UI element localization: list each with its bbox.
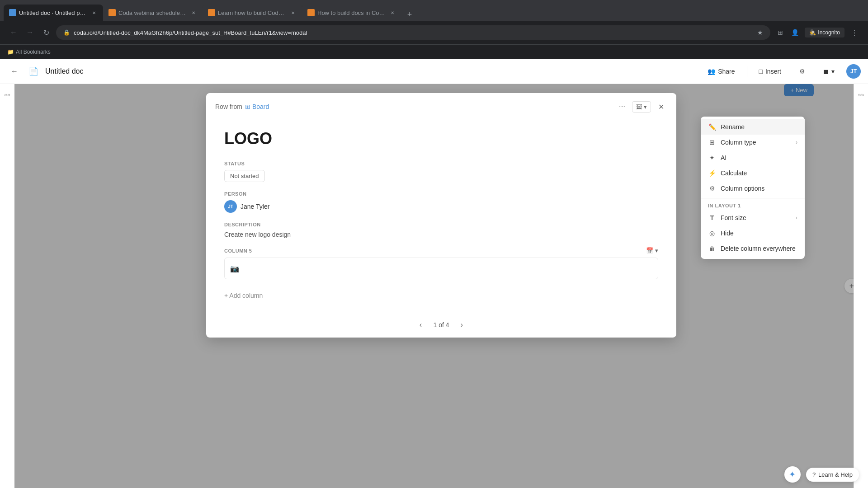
prev-row-button[interactable]: ‹ xyxy=(415,319,426,330)
more-options-modal-button[interactable]: ⋯ xyxy=(616,100,628,113)
ai-sparkle-icon: ✦ xyxy=(789,469,796,479)
tab-untitled-doc[interactable]: Untitled doc · Untitled page ✕ xyxy=(4,5,103,21)
menu-ai-label: AI xyxy=(721,154,797,161)
tab-close-4[interactable]: ✕ xyxy=(389,9,396,16)
person-value[interactable]: JT Jane Tyler xyxy=(224,200,658,213)
tab-close-3[interactable]: ✕ xyxy=(289,9,297,16)
reload-button[interactable]: ↻ xyxy=(40,26,52,39)
menu-item-column-options[interactable]: ⚙ Column options xyxy=(701,181,805,196)
insert-button[interactable]: □ Insert xyxy=(753,65,788,78)
person-initials: JT xyxy=(228,204,233,209)
breadcrumb-board-label: Board xyxy=(252,103,269,110)
chevron-down-icon: ▾ xyxy=(644,103,647,110)
person-name: Jane Tyler xyxy=(241,203,269,210)
menu-column-type-label: Column type xyxy=(721,139,791,146)
doc-title[interactable]: Untitled doc xyxy=(45,67,84,75)
menu-calculate-label: Calculate xyxy=(721,169,797,177)
person-field-group: PERSON JT Jane Tyler xyxy=(224,191,658,213)
user-avatar[interactable]: JT xyxy=(846,64,861,79)
tab-title-2: Coda webinar schedule, regist... xyxy=(118,9,187,16)
hide-icon: ◎ xyxy=(708,229,716,237)
modal-view-button[interactable]: 🖼 ▾ xyxy=(632,101,651,113)
add-column-button[interactable]: + Add column xyxy=(224,288,658,303)
status-badge[interactable]: Not started xyxy=(224,170,265,182)
person-field-label: PERSON xyxy=(224,191,658,197)
person-avatar: JT xyxy=(224,200,237,213)
description-value[interactable]: Create new logo design xyxy=(224,231,658,238)
header-divider xyxy=(747,66,747,77)
menu-rename-label: Rename xyxy=(721,123,797,131)
incognito-label: Incognito xyxy=(818,29,840,36)
share-icon: 👥 xyxy=(708,68,715,75)
bookmarks-item[interactable]: 📁 All Bookmarks xyxy=(7,49,51,55)
tab-close-2[interactable]: ✕ xyxy=(190,9,197,16)
new-tab-button[interactable]: + xyxy=(403,8,416,21)
app-header: ← 📄 Untitled doc 👥 Share □ Insert ⚙ ◼ ▾ … xyxy=(0,59,868,84)
ai-assistant-button[interactable]: ✦ xyxy=(784,466,801,483)
tab-learn-coda[interactable]: Learn how to build Coda docs ✕ xyxy=(203,5,302,21)
profile-icon[interactable]: 👤 xyxy=(788,26,801,39)
collapse-right-panel-button[interactable]: »» xyxy=(856,89,867,100)
address-input[interactable]: 🔒 coda.io/d/Untitled-doc_dk4MaGh2h6p/Unt… xyxy=(56,25,770,40)
modal-header: Row from ⊞ Board ⋯ 🖼 ▾ ✕ xyxy=(206,93,676,120)
bookmarks-bar: 📁 All Bookmarks xyxy=(0,44,868,59)
address-icons: ⊞ 👤 xyxy=(774,26,801,39)
column-type-icon: ⊞ xyxy=(708,138,716,146)
tab-how-to-build[interactable]: How to build docs in Coda, cre... ✕ xyxy=(302,5,401,21)
status-value: Not started xyxy=(230,173,259,179)
address-bar: ← → ↻ 🔒 coda.io/d/Untitled-doc_dk4MaGh2h… xyxy=(0,21,868,44)
menu-item-rename[interactable]: ✏️ Rename xyxy=(701,119,805,135)
modal-header-actions: ⋯ 🖼 ▾ ✕ xyxy=(616,100,667,113)
tab-title-1: Untitled doc · Untitled page xyxy=(19,9,88,16)
description-field-label: DESCRIPTION xyxy=(224,222,658,227)
next-row-button[interactable]: › xyxy=(457,319,467,330)
more-options-button[interactable]: ⋮ xyxy=(848,26,861,39)
tab-favicon-1 xyxy=(9,9,16,16)
help-button[interactable]: ? Learn & Help xyxy=(806,468,859,482)
bookmarks-folder-icon: 📁 xyxy=(7,49,14,55)
calculate-icon: ⚡ xyxy=(708,169,716,177)
chevron-down-icon: ▾ xyxy=(831,68,835,75)
forward-button[interactable]: → xyxy=(24,26,36,39)
menu-item-column-type[interactable]: ⊞ Column type › xyxy=(701,135,805,150)
menu-item-delete-column[interactable]: 🗑 Delete column everywhere xyxy=(701,241,805,256)
share-button[interactable]: 👥 Share xyxy=(701,65,741,78)
settings-icon: ⚙ xyxy=(799,68,805,75)
column5-content[interactable]: 📷 xyxy=(224,258,658,279)
sidebar-toggle: «« xyxy=(0,84,14,488)
menu-font-size-label: Font size xyxy=(721,214,791,221)
settings-button[interactable]: ⚙ xyxy=(793,65,811,78)
tab-bar: Untitled doc · Untitled page ✕ Coda webi… xyxy=(0,0,868,21)
view-icon: ◼ xyxy=(823,68,829,75)
view-toggle-button[interactable]: ◼ ▾ xyxy=(817,65,841,78)
menu-item-ai[interactable]: ✦ AI xyxy=(701,150,805,165)
extension-icon[interactable]: ⊞ xyxy=(774,26,787,39)
date-placeholder-icon: 📷 xyxy=(230,264,239,273)
collapse-sidebar-button[interactable]: «« xyxy=(2,89,13,100)
column5-label: COLUMN 5 xyxy=(224,248,252,253)
menu-item-calculate[interactable]: ⚡ Calculate xyxy=(701,165,805,181)
delete-icon: 🗑 xyxy=(708,244,716,253)
tab-coda-webinar[interactable]: Coda webinar schedule, regist... ✕ xyxy=(103,5,203,21)
insert-label: Insert xyxy=(765,68,781,75)
incognito-badge[interactable]: 🕵 Incognito xyxy=(805,28,844,38)
insert-icon: □ xyxy=(759,68,763,75)
back-button[interactable]: ← xyxy=(7,26,20,39)
back-to-home-button[interactable]: ← xyxy=(7,64,22,79)
ai-sparkle-icon: ✦ xyxy=(708,154,716,162)
chevron-right-icon: › xyxy=(796,139,797,145)
chevron-right-icon: › xyxy=(796,215,797,221)
bottom-bar: ✦ ? Learn & Help xyxy=(775,461,868,488)
address-text: coda.io/d/Untitled-doc_dk4MaGh2h6p/Untit… xyxy=(74,29,754,36)
tab-close-1[interactable]: ✕ xyxy=(90,9,98,16)
tab-favicon-4 xyxy=(307,9,315,16)
modal-footer: ‹ 1 of 4 › xyxy=(206,312,676,338)
tab-favicon-3 xyxy=(208,9,215,16)
breadcrumb-board-link[interactable]: ⊞ Board xyxy=(245,103,269,110)
menu-item-hide[interactable]: ◎ Hide xyxy=(701,225,805,241)
menu-item-font-size[interactable]: T Font size › xyxy=(701,210,805,225)
image-icon: 🖼 xyxy=(636,103,642,110)
right-panel-toggle: »» xyxy=(854,84,868,488)
modal-close-button[interactable]: ✕ xyxy=(655,100,667,113)
column5-type-button[interactable]: 📅 ▾ xyxy=(646,247,658,254)
